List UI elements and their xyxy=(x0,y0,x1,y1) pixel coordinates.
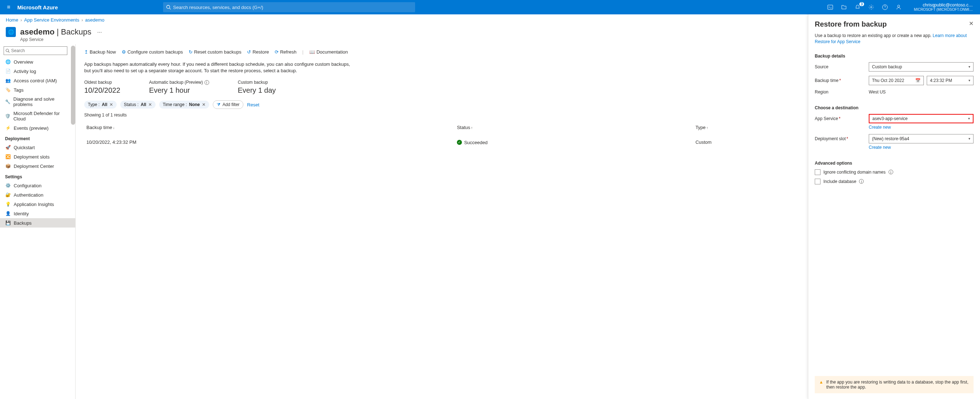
restore-button[interactable]: ↺Restore xyxy=(247,49,269,55)
info-icon[interactable]: i xyxy=(205,80,209,85)
directories-icon[interactable] xyxy=(841,4,848,10)
deployment-slot-select[interactable]: (New) restore-95a4▾ xyxy=(869,134,974,143)
breadcrumb-ase[interactable]: App Service Environments xyxy=(24,17,79,23)
stat-automatic: Automatic backup (Preview) i Every 1 hou… xyxy=(149,80,209,95)
lock-icon: 🔐 xyxy=(5,192,11,198)
log-icon: 📄 xyxy=(5,68,11,74)
filter-key: Status : xyxy=(124,102,138,107)
svg-point-0 xyxy=(167,5,170,9)
brand[interactable]: Microsoft Azure xyxy=(17,4,58,10)
global-search-input[interactable] xyxy=(173,5,412,10)
select-value: asev3-app-service xyxy=(872,116,908,121)
stat-label: Automatic backup (Preview) i xyxy=(149,80,209,85)
sidebar-item-quickstart[interactable]: 🚀Quickstart xyxy=(0,143,75,152)
sidebar-item-configuration[interactable]: ⚙️Configuration xyxy=(0,181,75,190)
checkbox-label: Ignore conflicting domain names xyxy=(823,169,886,175)
clear-filter-icon[interactable]: ✕ xyxy=(110,102,113,107)
filter-time-range[interactable]: Time range : None ✕ xyxy=(159,101,209,109)
sidebar-item-backups[interactable]: 💾Backups xyxy=(0,218,75,228)
source-select[interactable]: Custom backup▾ xyxy=(869,62,974,71)
sidebar: « 🌐Overview 📄Activity log 👥Access contro… xyxy=(0,44,76,399)
stat-label: Oldest backup xyxy=(84,80,120,85)
tag-icon: 🏷️ xyxy=(5,87,11,93)
documentation-button[interactable]: 📖Documentation xyxy=(309,49,348,55)
sidebar-item-overview[interactable]: 🌐Overview xyxy=(0,57,75,66)
create-new-app-link[interactable]: Create new xyxy=(869,125,974,130)
sidebar-item-authentication[interactable]: 🔐Authentication xyxy=(0,190,75,200)
sidebar-item-app-insights[interactable]: 💡Application Insights xyxy=(0,200,75,209)
warning-icon: ▲ xyxy=(819,380,823,390)
sort-down-icon: ↓ xyxy=(113,126,115,130)
label: Refresh xyxy=(280,49,297,55)
hamburger-menu[interactable]: ≡ xyxy=(3,4,14,10)
feedback-icon[interactable] xyxy=(896,4,903,10)
chevron-right-icon: › xyxy=(21,17,22,23)
backup-now-button[interactable]: ↥Backup Now xyxy=(84,49,116,55)
scrollbar-thumb[interactable] xyxy=(71,46,75,125)
checkbox[interactable] xyxy=(815,169,821,175)
col-backup-time[interactable]: Backup time↓ xyxy=(84,122,455,133)
restore-icon: ↺ xyxy=(247,49,251,55)
backup-time-select[interactable]: 4:23:32 PM▾ xyxy=(927,76,974,85)
cloud-shell-icon[interactable] xyxy=(827,4,835,10)
calendar-icon: 📅 xyxy=(915,78,921,83)
section-advanced: Advanced options xyxy=(815,161,974,166)
sidebar-search[interactable] xyxy=(3,46,67,55)
add-filter-button[interactable]: ⧩Add filter xyxy=(213,100,243,109)
cell-time: 10/20/2022, 4:23:32 PM xyxy=(84,133,455,151)
chevron-down-icon: ▾ xyxy=(968,116,970,120)
book-icon: 📖 xyxy=(309,49,315,55)
notifications-icon[interactable]: 3 xyxy=(855,4,862,10)
svg-rect-2 xyxy=(828,5,833,10)
settings-icon[interactable] xyxy=(869,4,876,10)
gear-icon: ⚙ xyxy=(122,49,126,55)
slots-icon: 🔀 xyxy=(5,154,11,160)
include-database-option[interactable]: Include database i xyxy=(815,179,974,184)
stat-label: Custom backup xyxy=(238,80,276,85)
user-email: chrisqpublic@contoso.c… xyxy=(914,3,973,8)
sidebar-item-events[interactable]: ⚡Events (preview) xyxy=(0,123,75,133)
configure-backups-button[interactable]: ⚙Configure custom backups xyxy=(122,49,183,55)
filter-type[interactable]: Type : All ✕ xyxy=(84,101,117,109)
reset-backups-button[interactable]: ↻Reset custom backups xyxy=(189,49,242,55)
filter-key: Type : xyxy=(88,102,100,107)
sidebar-item-identity[interactable]: 👤Identity xyxy=(0,209,75,218)
sidebar-item-activity-log[interactable]: 📄Activity log xyxy=(0,66,75,76)
sidebar-item-defender[interactable]: 🛡️Microsoft Defender for Cloud xyxy=(0,109,75,123)
chevron-down-icon: ▾ xyxy=(969,136,970,141)
account-menu[interactable]: chrisqpublic@contoso.c… MICROSOFT (MICRO… xyxy=(914,3,973,12)
backup-date-select[interactable]: Thu Oct 20 2022📅 xyxy=(869,76,924,85)
sidebar-item-tags[interactable]: 🏷️Tags xyxy=(0,85,75,95)
info-icon[interactable]: i xyxy=(889,169,893,174)
reset-icon: ↻ xyxy=(189,49,192,55)
breadcrumb-resource[interactable]: asedemo xyxy=(85,17,104,23)
label: Backup Now xyxy=(90,49,116,55)
breadcrumb-home[interactable]: Home xyxy=(6,17,18,23)
create-new-slot-link[interactable]: Create new xyxy=(869,145,974,150)
sidebar-item-deployment-center[interactable]: 📦Deployment Center xyxy=(0,162,75,171)
sidebar-item-access-control[interactable]: 👥Access control (IAM) xyxy=(0,76,75,85)
global-search[interactable] xyxy=(163,2,415,12)
refresh-button[interactable]: ⟳Refresh xyxy=(275,49,297,55)
sidebar-item-label: Deployment Center xyxy=(14,163,54,169)
more-actions-button[interactable]: ⋯ xyxy=(96,28,103,36)
ignore-domains-option[interactable]: Ignore conflicting domain names i xyxy=(815,169,974,175)
label: Reset custom backups xyxy=(194,49,242,55)
clear-filter-icon[interactable]: ✕ xyxy=(202,102,205,107)
close-panel-button[interactable]: ✕ xyxy=(969,20,974,27)
help-icon[interactable] xyxy=(882,4,889,10)
col-status[interactable]: Status↑ xyxy=(455,122,693,133)
sidebar-item-diagnose[interactable]: 🔧Diagnose and solve problems xyxy=(0,95,75,109)
app-service-select[interactable]: asev3-app-service▾ xyxy=(869,114,974,123)
sidebar-search-input[interactable] xyxy=(11,48,65,53)
sidebar-item-slots[interactable]: 🔀Deployment slots xyxy=(0,152,75,162)
notifications-badge: 3 xyxy=(859,2,864,6)
stat-value: Every 1 hour xyxy=(149,86,209,95)
info-icon[interactable]: i xyxy=(859,179,864,184)
filter-value: All xyxy=(102,102,107,107)
clear-filter-icon[interactable]: ✕ xyxy=(148,102,152,107)
package-icon: 📦 xyxy=(5,163,11,169)
checkbox[interactable] xyxy=(815,179,821,184)
filter-status[interactable]: Status : All ✕ xyxy=(120,101,156,109)
reset-filters-link[interactable]: Reset xyxy=(247,102,259,108)
